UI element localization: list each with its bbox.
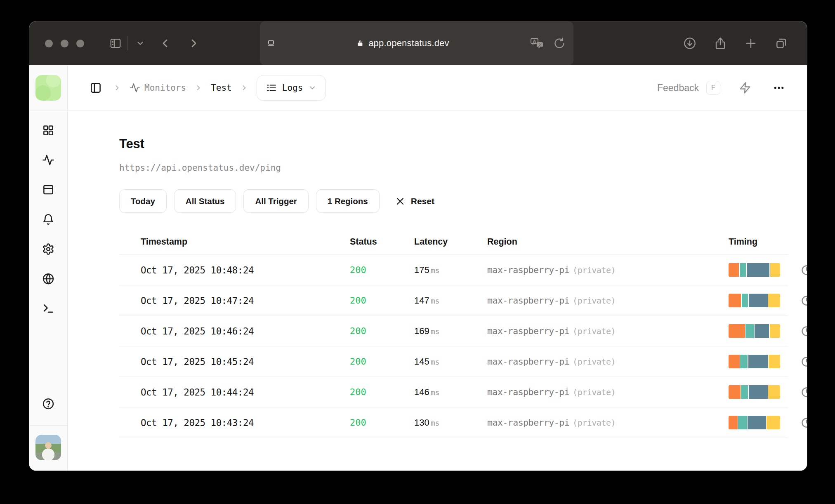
reload-icon [554,38,565,49]
tab-overview-icon [775,37,788,50]
cell-region: max-raspberry-pi(private) [487,265,729,275]
minimize-window-button[interactable] [61,40,68,47]
cell-region: max-raspberry-pi(private) [487,387,729,397]
sidebar-item-help[interactable] [38,394,58,414]
translate-button[interactable]: A文 [529,35,545,52]
timing-details-button[interactable] [799,324,807,339]
filter-chip[interactable]: All Trigger [243,189,308,213]
table-row[interactable]: Oct 17, 2025 10:46:24 200 169ms max-rasp… [119,316,788,346]
timing-segment [729,324,745,338]
share-icon [714,37,727,50]
timing-segment [742,294,748,307]
sidebar-item-monitors[interactable] [38,150,58,170]
app-sidebar [29,65,68,471]
sidebar-menu-chevron[interactable] [131,34,150,53]
panel-left-icon [90,82,102,94]
breadcrumb-monitors[interactable]: Monitors [130,82,186,93]
timing-segment [749,294,768,307]
svg-text:文: 文 [538,42,542,47]
timing-segment [729,263,739,277]
tab-overview-button[interactable] [772,34,791,53]
timing-segment [755,324,769,338]
app-topbar: Monitors Test Logs [68,65,807,111]
timing-details-button[interactable] [799,263,807,278]
back-button[interactable] [156,34,175,53]
timing-bar [729,355,780,368]
filter-chip[interactable]: All Status [174,189,236,213]
page-icon [266,38,276,49]
table-row[interactable]: Oct 17, 2025 10:45:24 200 145ms max-rasp… [119,346,788,377]
downloads-button[interactable] [680,34,699,53]
timing-segment [729,355,740,368]
cell-region: max-raspberry-pi(private) [487,356,729,367]
timing-segment [729,294,741,307]
table-row[interactable]: Oct 17, 2025 10:47:24 200 147ms max-rasp… [119,285,788,316]
browser-sidebar-button[interactable] [106,34,125,53]
close-window-button[interactable] [45,40,53,47]
col-header-region: Region [487,237,729,249]
share-button[interactable] [711,34,730,53]
timing-bar [729,416,780,429]
table-row[interactable]: Oct 17, 2025 10:43:24 200 130ms max-rasp… [119,407,788,438]
chevron-down-icon [136,39,145,48]
globe-icon [42,273,54,285]
filter-chip[interactable]: Today [119,189,167,213]
cell-timestamp: Oct 17, 2025 10:43:24 [141,417,350,428]
new-tab-button[interactable] [741,34,760,53]
cell-timestamp: Oct 17, 2025 10:48:24 [141,265,350,276]
forward-button[interactable] [184,34,203,53]
col-header-timing: Timing [729,237,780,249]
sidebar-item-status-pages[interactable] [38,180,58,200]
download-icon [683,37,696,50]
address-bar[interactable]: app.openstatus.dev A文 [260,21,573,65]
timing-details-button[interactable] [799,385,807,400]
logs-table: Timestamp Status Latency Region Timing O… [119,231,788,438]
sidebar-item-dashboard[interactable] [38,120,58,140]
table-row[interactable]: Oct 17, 2025 10:48:24 200 175ms max-rasp… [119,255,788,285]
cell-region: max-raspberry-pi(private) [487,295,729,306]
more-options-button[interactable] [770,79,788,97]
cell-status: 200 [350,356,414,367]
cell-region: max-raspberry-pi(private) [487,326,729,336]
app-sidebar-toggle[interactable] [87,79,105,97]
cell-timestamp: Oct 17, 2025 10:46:24 [141,326,350,337]
reset-filters-button[interactable]: Reset [395,196,434,206]
timing-bar [729,324,780,338]
timing-details-button[interactable] [799,354,807,369]
sidebar-item-notifications[interactable] [38,210,58,229]
timing-segment [741,385,748,399]
cell-latency: 147ms [414,295,487,306]
timing-segment [740,263,746,277]
timing-segment [740,355,748,368]
sidebar-item-settings[interactable] [38,239,58,259]
quick-actions-button[interactable] [736,79,754,97]
cell-status: 200 [350,417,414,428]
cell-latency: 145ms [414,356,487,367]
breadcrumb: Monitors Test Logs [87,75,326,101]
filter-bar: TodayAll StatusAll Trigger1 Regions Rese… [119,189,788,213]
sidebar-item-cli[interactable] [38,299,58,318]
timing-segment [770,263,780,277]
zoom-window-button[interactable] [76,40,84,47]
page-title: Test [119,137,788,151]
timing-segment [768,294,780,307]
workspace-logo[interactable] [35,75,61,101]
window-controls [45,21,84,65]
view-selector-logs[interactable]: Logs [257,75,326,101]
feedback-button[interactable]: Feedback F [657,81,720,95]
table-row[interactable]: Oct 17, 2025 10:44:24 200 146ms max-rasp… [119,377,788,407]
toolbar-separator [127,36,128,50]
timing-details-button[interactable] [799,293,807,308]
cell-latency: 175ms [414,265,487,276]
timing-segment [770,324,780,338]
user-avatar[interactable] [35,435,61,460]
sidebar-item-domains[interactable] [38,269,58,289]
clock-icon [801,386,807,398]
reload-button[interactable] [551,35,568,52]
browser-chrome: app.openstatus.dev A文 [29,21,807,65]
timing-bar [729,263,780,277]
log-rows: Oct 17, 2025 10:48:24 200 175ms max-rasp… [119,255,788,438]
filter-chip[interactable]: 1 Regions [316,189,380,213]
breadcrumb-monitor-name[interactable]: Test [211,83,232,93]
timing-details-button[interactable] [799,415,807,430]
